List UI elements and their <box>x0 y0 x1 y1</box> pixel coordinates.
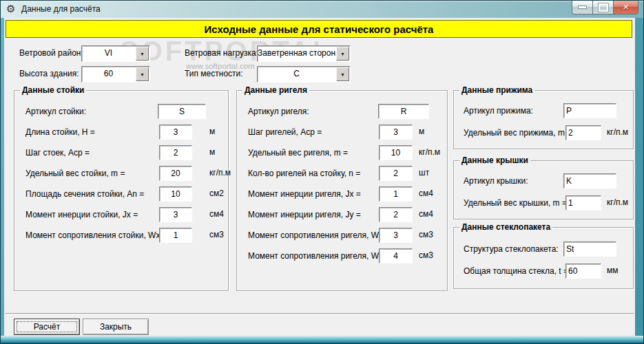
group-glazing: Данные стеклопакета Структура стеклопаке… <box>453 227 634 289</box>
minimize-icon <box>578 6 587 9</box>
chevron-down-icon: ▼ <box>140 72 145 77</box>
footer-divider <box>6 313 634 314</box>
stand-resistance-wx-label: Момент сопротивления стойки, Wx = <box>25 228 167 243</box>
stand-spacing-label: Шаг стоек, Аср = <box>25 145 90 160</box>
crossbar-count-label: Кол-во ригелей на стойку, n = <box>248 166 360 181</box>
crossbar-resistance-wx-unit: см3 <box>419 228 433 241</box>
glazing-thickness-unit: мм <box>607 264 619 277</box>
maximize-icon <box>599 3 608 12</box>
stand-inertia-jx-unit: см4 <box>209 207 224 221</box>
building-height-label: Высота здания: <box>19 66 79 81</box>
glazing-thickness-input[interactable] <box>565 264 601 279</box>
crossbar-inertia-jy-unit: см4 <box>419 207 433 221</box>
crossbar-spacing-unit: м <box>419 125 424 138</box>
terrain-type-select[interactable]: C ▼ <box>257 66 351 83</box>
clamp-weight-input[interactable] <box>565 125 601 140</box>
title-bar[interactable]: ⚙ Данные для расчёта ✕ <box>1 1 643 18</box>
wind-region-label: Ветровой район: <box>19 45 83 61</box>
group-glazing-title: Данные стеклопакета <box>459 222 552 232</box>
stand-inertia-jx-input[interactable] <box>159 207 192 222</box>
crossbar-resistance-wy-label: Момент сопротивления ригеля, Wy = <box>248 248 390 264</box>
maximize-button[interactable] <box>592 1 613 14</box>
wind-region-dropdown-button[interactable]: ▼ <box>136 47 149 61</box>
dialog-client-area: Исходные данные для статического расчёта… <box>4 18 635 336</box>
crossbar-inertia-jy-label: Момент инерции ригеля, Jy = <box>248 207 361 222</box>
stand-weight-label: Удельный вес стойки, m = <box>25 166 125 181</box>
header-banner-text: Исходные данные для статического расчёта <box>205 23 434 35</box>
app-gear-icon: ⚙ <box>6 3 15 15</box>
clamp-weight-unit: кг/п.м <box>607 125 628 139</box>
terrain-type-value: C <box>258 67 335 82</box>
minimize-button[interactable] <box>572 1 592 14</box>
stand-resistance-wx-input[interactable] <box>159 228 192 243</box>
wind-load-label: Ветровая нагрузка: <box>185 45 258 61</box>
clamp-article-input[interactable] <box>563 103 616 118</box>
calculate-button[interactable]: Расчёт <box>14 319 80 335</box>
glazing-structure-label: Структура стеклопакета: <box>464 241 559 257</box>
crossbar-resistance-wx-input[interactable] <box>379 228 413 243</box>
stand-section-area-label: Площадь сечения стойки, An = <box>25 186 144 202</box>
stand-section-area-unit: см2 <box>209 186 224 200</box>
app-window: ⚙ Данные для расчёта ✕ Исходные данные д… <box>0 0 644 344</box>
building-height-value: 60 <box>82 67 135 82</box>
close-button-label: Закрыть <box>100 322 132 332</box>
crossbar-inertia-jx-input[interactable] <box>379 186 413 202</box>
cap-weight-input[interactable] <box>565 195 601 211</box>
crossbar-resistance-wy-input[interactable] <box>379 248 413 264</box>
wind-region-value: VI <box>82 46 135 61</box>
glazing-thickness-label: Общая толщина стекла, t = <box>464 264 568 279</box>
crossbar-weight-unit: кг/п.м <box>419 145 440 159</box>
cap-article-label: Артикул крышки: <box>464 173 528 189</box>
wind-region-select[interactable]: VI ▼ <box>81 45 150 62</box>
group-clamp: Данные прижима Артикул прижима: Удельный… <box>453 90 634 149</box>
calculate-button-label: Расчёт <box>34 322 61 332</box>
stand-spacing-input[interactable] <box>159 145 192 160</box>
crossbar-article-label: Артикул ригеля: <box>248 104 309 119</box>
group-crossbar: Данные ригеля Артикул ригеля: Шаг ригеле… <box>236 90 448 291</box>
chevron-down-icon: ▼ <box>340 52 345 56</box>
stand-weight-unit: кг/п.м <box>209 166 231 180</box>
stand-length-label: Длина стойки, H = <box>25 125 95 140</box>
header-banner: Исходные данные для статического расчёта <box>6 20 632 38</box>
stand-inertia-jx-label: Момент инерции стойки, Jx = <box>25 207 138 222</box>
crossbar-spacing-input[interactable] <box>379 125 413 140</box>
cap-weight-label: Удельный вес крышки, m = <box>464 195 567 211</box>
window-bottom-border <box>1 336 643 343</box>
stand-weight-input[interactable] <box>159 166 192 181</box>
crossbar-weight-input[interactable] <box>379 145 413 160</box>
crossbar-weight-label: Удельный вес ригеля, m = <box>248 145 348 160</box>
wind-load-dropdown-button[interactable]: ▼ <box>336 47 349 61</box>
close-icon: ✕ <box>623 3 629 12</box>
glazing-structure-input[interactable] <box>563 241 616 257</box>
crossbar-inertia-jy-input[interactable] <box>379 207 413 222</box>
stand-article-label: Артикул стойки: <box>25 104 86 119</box>
terrain-type-dropdown-button[interactable]: ▼ <box>336 67 349 81</box>
stand-section-area-input[interactable] <box>159 186 192 202</box>
crossbar-resistance-wx-label: Момент сопротивления ригеля, Wx = <box>248 228 390 243</box>
chevron-down-icon: ▼ <box>340 72 345 77</box>
crossbar-count-input[interactable] <box>379 166 413 181</box>
stand-spacing-unit: м <box>209 145 215 159</box>
stand-article-input[interactable] <box>158 104 206 119</box>
group-stand-title: Данные стойки <box>20 85 86 95</box>
crossbar-spacing-label: Шаг ригелей, Аср = <box>248 125 322 140</box>
clamp-weight-label: Удельный вес прижима, m = <box>464 125 572 140</box>
wind-load-select[interactable]: Заветренная сторона ▼ <box>257 45 351 62</box>
crossbar-resistance-wy-unit: см3 <box>419 248 433 262</box>
group-stand: Данные стойки Артикул стойки: Длина стой… <box>14 90 229 291</box>
building-height-select[interactable]: 60 ▼ <box>81 66 150 83</box>
group-clamp-title: Данные прижима <box>459 85 534 95</box>
close-dialog-button[interactable]: Закрыть <box>83 319 149 335</box>
crossbar-inertia-jx-label: Момент инерции ригеля, Jx = <box>248 186 361 202</box>
stand-resistance-wx-unit: см3 <box>209 228 224 241</box>
window-title: Данные для расчёта <box>21 4 101 14</box>
crossbar-article-input[interactable] <box>378 104 429 119</box>
caption-buttons: ✕ <box>572 1 638 14</box>
group-cap-title: Данные крышки <box>459 155 530 165</box>
group-crossbar-title: Данные ригеля <box>242 85 309 95</box>
stand-length-input[interactable] <box>159 125 192 140</box>
close-button[interactable]: ✕ <box>613 1 638 14</box>
cap-article-input[interactable] <box>563 173 616 189</box>
cap-weight-unit: кг/п.м <box>607 195 628 209</box>
building-height-dropdown-button[interactable]: ▼ <box>136 67 149 81</box>
